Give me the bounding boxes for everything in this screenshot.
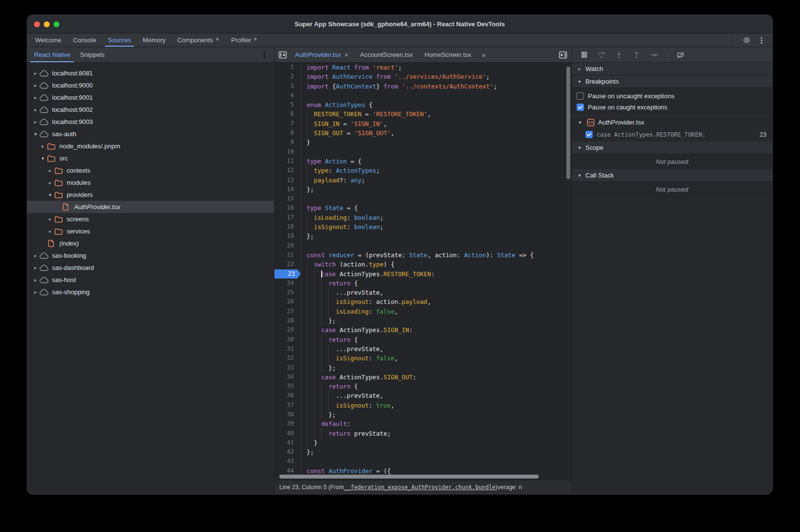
line-number[interactable]: 15 xyxy=(274,194,301,203)
zoom-button[interactable] xyxy=(54,21,59,27)
line-number[interactable]: 3 xyxy=(274,82,301,91)
tree-row[interactable]: ▾src xyxy=(27,152,274,164)
chevron-right-icon[interactable]: ▸ xyxy=(32,95,39,100)
vertical-scrollbar[interactable] xyxy=(566,67,570,179)
line-number[interactable]: 30 xyxy=(274,335,301,344)
tree-row[interactable]: ▸screens xyxy=(27,213,274,225)
tree-row[interactable]: ▸AuthProvider.tsx xyxy=(27,201,274,213)
line-number[interactable]: 5 xyxy=(274,100,301,109)
line-number[interactable]: 18 xyxy=(274,222,301,231)
section-watch[interactable]: ▸ Watch xyxy=(572,63,772,75)
line-number[interactable]: 33 xyxy=(274,363,301,372)
tab-memory[interactable]: Memory xyxy=(137,34,171,47)
chevron-right-icon[interactable]: ▸ xyxy=(32,253,39,258)
tree-row[interactable]: ▸sas-host xyxy=(27,274,274,286)
tree-row[interactable]: ▸localhost:9002 xyxy=(27,104,274,116)
kebab-menu-icon[interactable] xyxy=(758,36,765,44)
editor-tab-accountscreen-tsx[interactable]: AccountScreen.tsx xyxy=(354,47,418,62)
line-number[interactable]: 6 xyxy=(274,109,301,119)
line-number[interactable]: 19 xyxy=(274,231,301,241)
chevron-right-icon[interactable]: ▸ xyxy=(32,265,39,270)
line-number[interactable]: 4 xyxy=(274,91,301,100)
line-number[interactable]: 38 xyxy=(274,410,301,419)
line-number[interactable]: 9 xyxy=(274,138,301,147)
tree-row[interactable]: ▸services xyxy=(27,225,274,237)
chevron-right-icon[interactable]: ▸ xyxy=(32,83,39,88)
chevron-right-icon[interactable]: ▸ xyxy=(47,216,54,222)
tree-row[interactable]: ▸sas-booking xyxy=(27,249,274,262)
line-number[interactable]: 35 xyxy=(274,382,301,391)
tab-sources[interactable]: Sources xyxy=(102,34,137,47)
tree-row[interactable]: ▸sas-dashboard xyxy=(27,262,274,274)
step-over-icon[interactable] xyxy=(597,51,606,59)
line-number[interactable]: 10 xyxy=(274,147,301,157)
chevron-right-icon[interactable]: ▸ xyxy=(32,107,39,112)
tree-row[interactable]: ▸(index) xyxy=(27,237,274,249)
chevron-right-icon[interactable]: ▸ xyxy=(39,143,46,149)
editor-tab-authprovider-tsx[interactable]: AuthProvider.tsx× xyxy=(289,47,354,62)
navigator-tab-react-native[interactable]: React Native xyxy=(29,47,75,62)
step-icon[interactable] xyxy=(650,51,658,59)
more-tabs-button[interactable]: » xyxy=(478,51,490,59)
line-number[interactable]: 36 xyxy=(274,391,301,400)
chevron-right-icon[interactable]: ▸ xyxy=(32,71,39,76)
chevron-right-icon[interactable]: ▸ xyxy=(32,119,39,124)
tree-row[interactable]: ▾sas-auth xyxy=(27,128,274,140)
editor-tab-homescreen-tsx[interactable]: HomeScreen.tsx xyxy=(418,47,477,62)
line-number[interactable]: 7 xyxy=(274,119,301,128)
chevron-down-icon[interactable]: ▾ xyxy=(47,192,54,197)
tree-row[interactable]: ▸sas-shopping xyxy=(27,286,274,298)
section-scope[interactable]: ▾ Scope xyxy=(572,142,772,154)
chevron-right-icon[interactable]: ▸ xyxy=(32,289,39,295)
line-number[interactable]: 20 xyxy=(274,241,301,250)
line-number[interactable]: 41 xyxy=(274,438,301,447)
tab-components[interactable]: Components xyxy=(171,34,225,47)
line-number[interactable]: 40 xyxy=(274,429,301,438)
chevron-right-icon[interactable]: ▸ xyxy=(47,168,54,173)
tree-row[interactable]: ▸contexts xyxy=(27,164,274,177)
line-number[interactable]: 26 xyxy=(274,297,301,306)
close-button[interactable] xyxy=(34,21,40,27)
breakpoint-checkbox[interactable] xyxy=(585,131,593,138)
line-number[interactable]: 24 xyxy=(274,279,301,288)
kebab-menu-icon[interactable] xyxy=(260,51,268,59)
section-callstack[interactable]: ▾ Call Stack xyxy=(572,169,772,182)
line-number[interactable]: 28 xyxy=(274,316,301,325)
chevron-right-icon[interactable]: ▸ xyxy=(32,277,39,283)
chevron-down-icon[interactable]: ▾ xyxy=(32,131,39,137)
step-out-icon[interactable] xyxy=(632,51,641,59)
line-number[interactable]: 31 xyxy=(274,344,301,354)
tab-console[interactable]: Console xyxy=(67,34,102,47)
line-number[interactable]: 1 xyxy=(274,63,301,72)
tab-welcome[interactable]: Welcome xyxy=(29,34,67,47)
line-number[interactable]: 16 xyxy=(274,203,301,213)
pause-uncaught-checkbox[interactable] xyxy=(577,92,584,100)
panel-left-icon[interactable] xyxy=(277,50,288,60)
minimize-button[interactable] xyxy=(44,21,50,27)
line-number[interactable]: 37 xyxy=(274,401,301,410)
line-number[interactable]: 17 xyxy=(274,213,301,222)
navigator-tab-snippets[interactable]: Snippets xyxy=(75,47,109,62)
tree-row[interactable]: ▾providers xyxy=(27,189,274,201)
chevron-right-icon[interactable]: ▸ xyxy=(47,229,54,234)
close-icon[interactable]: × xyxy=(345,52,348,58)
chevron-down-icon[interactable]: ▾ xyxy=(39,156,46,161)
source-bundle-link[interactable]: __federation_expose_AuthProvider.chunk.b… xyxy=(344,484,496,491)
pause-caught-checkbox[interactable] xyxy=(577,104,584,111)
tab-profiler[interactable]: Profiler xyxy=(225,34,263,47)
line-number[interactable]: 34 xyxy=(274,372,301,382)
line-number[interactable]: 42 xyxy=(274,447,301,457)
line-number[interactable]: 32 xyxy=(274,354,301,363)
line-number[interactable]: 22 xyxy=(274,260,301,269)
tree-row[interactable]: ▸localhost:9000 xyxy=(27,79,274,91)
line-number[interactable]: 44 xyxy=(274,466,301,474)
breakpoint-file-group[interactable]: ▾ AuthProvider.tsx xyxy=(572,116,772,128)
line-number[interactable]: 39 xyxy=(274,419,301,428)
breakpoint-entry[interactable]: case ActionTypes.RESTORE_TOKEN: 23 xyxy=(572,128,772,141)
line-number[interactable]: 2 xyxy=(274,72,301,81)
tree-row[interactable]: ▸localhost:9003 xyxy=(27,116,274,128)
breakpoint-line-number-badge[interactable]: 23 xyxy=(274,269,301,279)
section-breakpoints[interactable]: ▾ Breakpoints xyxy=(572,75,772,88)
line-number[interactable]: 21 xyxy=(274,250,301,260)
line-number[interactable]: 12 xyxy=(274,166,301,175)
